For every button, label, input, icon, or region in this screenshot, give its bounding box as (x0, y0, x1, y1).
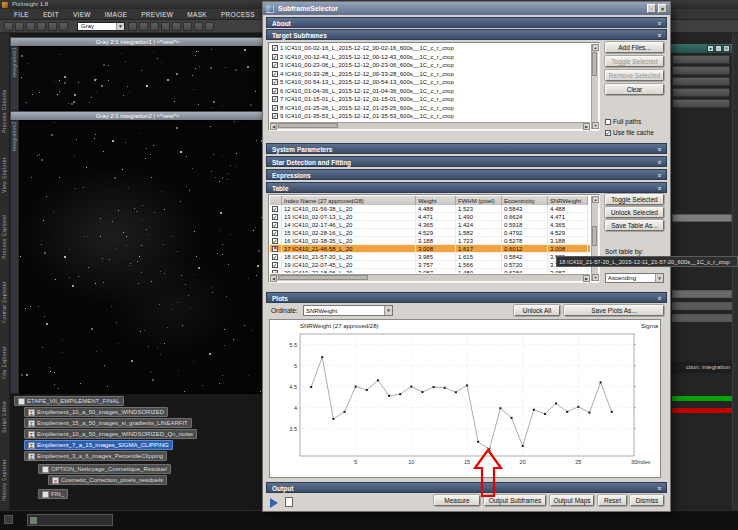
toolbar-icon[interactable] (161, 22, 170, 31)
row-approved-checkbox[interactable] (272, 270, 278, 274)
section-header-table[interactable]: Table» (266, 182, 667, 193)
toolbar-icon[interactable] (37, 22, 46, 31)
pin-icon[interactable]: ● (707, 45, 714, 52)
target-file-row[interactable]: 10 IC410_01-46-15_L_2015-12-12_01-46-15_… (270, 121, 590, 122)
save-plots-as-button[interactable]: Save Plots As... (564, 305, 664, 316)
toggle-selected-files-button[interactable]: Toggle Selected (605, 56, 664, 67)
dock-tab-format-explorer[interactable]: Format Explorer (1, 261, 9, 323)
reset-button[interactable]: Reset (598, 495, 627, 506)
unlock-all-button[interactable]: Unlock All (514, 305, 560, 316)
status-icon[interactable] (4, 515, 13, 524)
scroll-thumb[interactable] (278, 123, 338, 128)
unlock-selected-button[interactable]: Unlock Selected (605, 207, 664, 218)
toolbar-icon[interactable] (205, 22, 214, 31)
dock-mini-button[interactable] (672, 88, 730, 97)
table-row[interactable]: 18 IC410_21-57-20_L_203.9851.6150.58423.… (270, 253, 590, 261)
close-icon[interactable]: ✕ (723, 45, 730, 52)
toolbar-icon[interactable] (15, 22, 24, 31)
table-row[interactable]: 17 IC410_21-46-58_L_203.0081.6170.60123.… (270, 245, 590, 253)
toolbar-icon[interactable] (48, 22, 57, 31)
new-instance-icon[interactable] (270, 498, 278, 508)
scroll-thumb[interactable] (278, 275, 368, 280)
image-window-side-tab[interactable]: integration2 (10, 120, 19, 394)
target-file-row[interactable]: 1 IC410_00-02-16_L_2015-12-12_00-02-16_6… (270, 44, 590, 53)
image-window-titlebar[interactable]: Gray 2:1 integration2 | <*new*> (10, 111, 265, 120)
table-hscrollbar[interactable]: ◀ ▶ (270, 274, 590, 281)
expand-chevron-icon[interactable]: » (655, 161, 666, 165)
ordinate-select[interactable]: SNRWeight▼ (303, 305, 393, 316)
scroll-down-icon[interactable]: ▼ (592, 122, 599, 129)
file-checkbox[interactable] (272, 88, 278, 94)
close-icon[interactable]: ✕ (658, 4, 667, 13)
dock-mini-button[interactable] (672, 55, 730, 64)
process-icon-cosmetic-correction-pixels-residuels[interactable]: ✕Cosmetic_Correction_pixels_residuels (48, 475, 167, 485)
add-files-button[interactable]: Add Files... (605, 42, 664, 53)
image-window-titlebar[interactable]: Gray 2:1 integration1 | <*new*> (10, 37, 265, 46)
file-checkbox[interactable] (272, 54, 278, 60)
table-row[interactable]: 19 IC410_22-07-45_L_203.7571.5660.57203.… (270, 261, 590, 269)
target-file-row[interactable]: 7 IC410_01-15-01_L_2015-12-12_01-15-01_6… (270, 95, 590, 104)
toolbar-icon[interactable] (194, 22, 203, 31)
row-approved-checkbox[interactable] (272, 254, 278, 260)
row-approved-checkbox[interactable] (272, 222, 278, 228)
section-header-star-detection[interactable]: Star Detection and Fitting» (266, 156, 667, 167)
output-maps-button[interactable]: Output Maps (550, 495, 594, 506)
toolbar-icon[interactable] (183, 22, 192, 31)
section-header-about[interactable]: About» (266, 17, 667, 28)
taskbar-chip[interactable] (27, 514, 113, 526)
table-row[interactable]: 20 IC410_22-18-06_L_203.0871.4800.63843.… (270, 269, 590, 273)
menu-item-mask[interactable]: MASK (187, 11, 207, 18)
section-header-plots[interactable]: Plots» (266, 292, 667, 303)
image-window-side-tab[interactable]: integration1 (10, 46, 19, 111)
toolbar-icon[interactable] (59, 22, 68, 31)
toolbar-icon[interactable] (4, 22, 13, 31)
scroll-down-icon[interactable]: ▼ (592, 274, 599, 281)
process-icon-etape-vii-empilement-final[interactable]: ETAPE_VII_EMPILEMENT_FINAL (14, 396, 124, 406)
right-dock-titlebar[interactable]: ● ▫ ✕ (670, 44, 738, 53)
file-checkbox[interactable] (272, 71, 278, 77)
table-row[interactable]: 15 IC410_02-28-16_L_204.5291.5820.47924.… (270, 229, 590, 237)
file-checkbox[interactable] (272, 79, 278, 85)
row-approved-checkbox[interactable] (272, 230, 278, 236)
scroll-thumb[interactable] (592, 52, 597, 76)
expand-chevron-icon[interactable]: » (655, 487, 666, 491)
files-hscrollbar[interactable]: ◀ ▶ (270, 122, 590, 129)
image-window-integration1[interactable]: Gray 2:1 integration1 | <*new*> integrat… (10, 37, 265, 111)
gray-mode-select[interactable]: Gray▼ (77, 22, 125, 31)
file-checkbox[interactable] (272, 105, 278, 111)
toolbar-icon[interactable] (150, 22, 159, 31)
section-header-output[interactable]: Output» (266, 482, 667, 493)
dock-tab-file-explorer[interactable]: File Explorer (1, 325, 9, 379)
section-header-expressions[interactable]: Expressions» (266, 169, 667, 180)
dock-mini-button[interactable] (672, 99, 730, 108)
browse-documentation-icon[interactable] (285, 497, 293, 507)
scroll-right-icon[interactable]: ▶ (583, 123, 590, 130)
image-canvas-2[interactable] (19, 120, 265, 394)
remove-selected-files-button[interactable]: Remove Selected (605, 70, 664, 81)
row-approved-checkbox[interactable] (272, 238, 278, 244)
use-file-cache-option[interactable]: Use file cache (605, 129, 654, 136)
table-row[interactable]: 13 IC410_02-07-13_L_204.4711.4900.66244.… (270, 213, 590, 221)
target-file-row[interactable]: 9 IC410_01-35-53_L_2015-12-12_01-35-53_6… (270, 112, 590, 121)
clear-files-button[interactable]: Clear (605, 84, 664, 95)
process-icon-fin[interactable]: FIN_ (38, 489, 68, 499)
scroll-up-icon[interactable]: ▲ (592, 44, 599, 51)
process-icon-empilement-3-a-6-images-percentileclippi[interactable]: ΣEmpilement_3_a_6_images_PercentileClipp… (24, 451, 167, 461)
row-approved-checkbox[interactable] (272, 206, 278, 212)
target-file-row[interactable]: 3 IC410_00-23-06_L_2015-12-12_00-23-06_6… (270, 61, 590, 70)
menu-item-edit[interactable]: EDIT (43, 11, 59, 18)
shade-icon[interactable]: ▫ (647, 4, 656, 13)
table-column-header-fwhm-pixel[interactable]: FWHM (pixel) (456, 196, 502, 205)
table-column-header-weight[interactable]: Weight (416, 196, 456, 205)
dismiss-button[interactable]: Dismiss (630, 495, 664, 506)
menu-item-preview[interactable]: PREVIEW (141, 11, 173, 18)
image-window-integration2[interactable]: Gray 2:1 integration2 | <*new*> integrat… (10, 111, 265, 394)
file-checkbox[interactable] (272, 113, 278, 119)
expand-chevron-icon[interactable]: » (655, 174, 666, 178)
process-icon-option-nettoyage-cosmetique-residuel[interactable]: OPTION_Nettoyage_Cosmetique_Residuel (38, 464, 171, 474)
target-file-row[interactable]: 8 IC410_01-25-26_L_2015-12-12_01-25-26_6… (270, 104, 590, 113)
section-header-target-subframes[interactable]: Target Subframes» (266, 29, 667, 40)
dock-tab-process-explorer[interactable]: Process Explorer (1, 195, 9, 259)
sort-order-select[interactable]: Ascending▼ (605, 273, 664, 283)
menu-item-file[interactable]: FILE (14, 11, 29, 18)
